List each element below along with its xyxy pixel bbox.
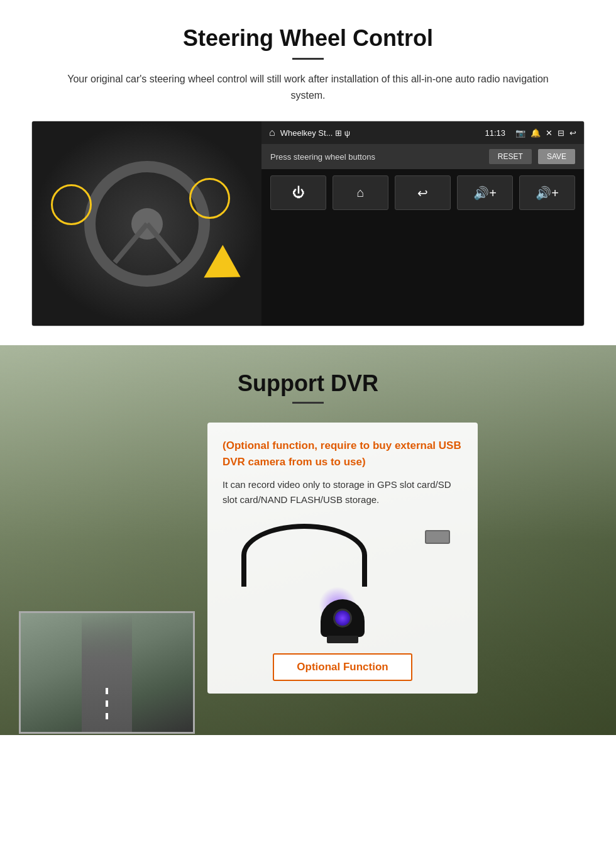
app-status-time: 11:13 bbox=[485, 128, 505, 138]
dvr-title: Support DVR bbox=[0, 370, 616, 397]
steering-section: Steering Wheel Control Your original car… bbox=[0, 0, 616, 345]
func-btn-power[interactable]: ⏻ bbox=[270, 175, 326, 210]
func-btn-vol-up2[interactable]: 🔊+ bbox=[519, 175, 575, 210]
dvr-content: Support DVR (Optional function, require … bbox=[0, 345, 616, 734]
save-button[interactable]: SAVE bbox=[538, 149, 575, 164]
app-controls-bar: Press steering wheel buttons RESET SAVE bbox=[261, 144, 584, 169]
steering-spoke-right bbox=[113, 222, 149, 263]
dvr-preview-photo bbox=[19, 611, 195, 734]
camera-cable bbox=[241, 524, 367, 587]
camera-stand bbox=[327, 636, 358, 643]
app-screen: ⌂ Wheelkey St... ⊞ ψ 11:13 📷 🔔 ✕ ⊟ ↩ Pre… bbox=[261, 121, 584, 326]
func-btn-back[interactable]: ↩ bbox=[395, 175, 451, 210]
app-statusbar: ⌂ Wheelkey St... ⊞ ψ 11:13 📷 🔔 ✕ ⊟ ↩ bbox=[261, 121, 584, 144]
dvr-optional-text: (Optional function, require to buy exter… bbox=[223, 438, 463, 470]
reset-button[interactable]: RESET bbox=[489, 149, 532, 164]
volume-icon: 🔔 bbox=[531, 128, 541, 138]
yellow-circle-right bbox=[189, 178, 230, 219]
steering-photo-inner bbox=[32, 121, 261, 326]
dvr-info-box: (Optional function, require to buy exter… bbox=[207, 423, 478, 694]
steering-image-block: ⌂ Wheelkey St... ⊞ ψ 11:13 📷 🔔 ✕ ⊟ ↩ Pre… bbox=[31, 121, 585, 326]
func-btn-home[interactable]: ⌂ bbox=[333, 175, 388, 210]
camera-body bbox=[321, 599, 365, 637]
steering-spoke-left bbox=[145, 222, 181, 263]
steering-wheel-circle bbox=[84, 161, 210, 287]
func-btn-vol-up1[interactable]: 🔊+ bbox=[457, 175, 513, 210]
controls-label: Press steering wheel buttons bbox=[270, 152, 483, 162]
title-divider bbox=[292, 58, 324, 60]
steering-subtitle: Your original car's steering wheel contr… bbox=[50, 71, 566, 103]
dvr-section: Support DVR (Optional function, require … bbox=[0, 345, 616, 735]
optional-function-button[interactable]: Optional Function bbox=[273, 653, 412, 681]
dvr-main-content: (Optional function, require to buy exter… bbox=[0, 423, 616, 734]
camera-icon: 📷 bbox=[515, 128, 525, 138]
steering-title: Steering Wheel Control bbox=[31, 25, 585, 52]
home-icon: ⌂ bbox=[269, 127, 275, 138]
dvr-camera-image bbox=[223, 517, 463, 643]
dvr-description: It can record video only to storage in G… bbox=[223, 477, 463, 507]
app-statusbar-title: Wheelkey St... ⊞ ψ bbox=[280, 128, 480, 138]
yellow-circle-left bbox=[51, 184, 92, 225]
yellow-arrow bbox=[204, 245, 250, 294]
back-icon: ↩ bbox=[569, 128, 576, 138]
minimize-icon: ⊟ bbox=[558, 128, 564, 138]
camera-lens bbox=[333, 609, 352, 628]
dvr-preview-road-line bbox=[106, 682, 108, 719]
camera-usb bbox=[425, 530, 450, 544]
close-icon: ✕ bbox=[546, 128, 553, 138]
dvr-title-wrap: Support DVR bbox=[0, 370, 616, 404]
function-buttons-row: ⏻ ⌂ ↩ 🔊+ 🔊+ bbox=[261, 169, 584, 216]
steering-photo bbox=[32, 121, 261, 326]
dvr-title-underline bbox=[292, 402, 324, 404]
